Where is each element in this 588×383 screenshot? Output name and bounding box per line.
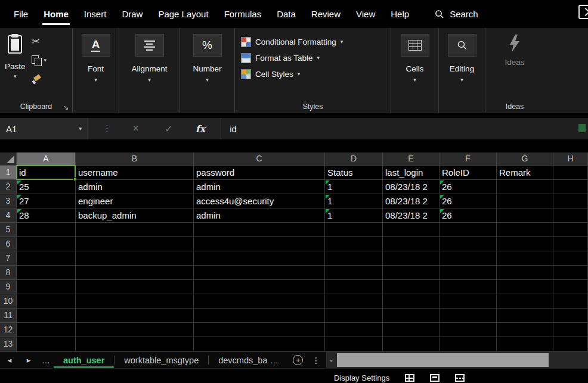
cell-D5[interactable] xyxy=(325,223,383,237)
cell-E6[interactable] xyxy=(383,237,440,251)
cell-G7[interactable] xyxy=(497,251,553,266)
dialog-launcher-icon[interactable]: ↘ xyxy=(63,104,69,111)
insert-function-button[interactable]: fx xyxy=(186,123,215,135)
cell-E3[interactable]: 08/23/18 2 xyxy=(383,194,440,208)
row-header-8[interactable]: 8 xyxy=(0,266,17,280)
cell-A9[interactable] xyxy=(17,280,76,294)
cell-D3[interactable]: 1 xyxy=(325,194,383,208)
cell-F10[interactable] xyxy=(440,294,497,309)
sheet-more-button[interactable]: … xyxy=(38,352,54,368)
menu-item-formulas[interactable]: Formulas xyxy=(216,0,270,28)
cell-B9[interactable] xyxy=(76,280,194,294)
ribbon-group-alignment[interactable]: Alignment ▾ xyxy=(119,28,180,113)
cell-H8[interactable] xyxy=(553,266,588,280)
formula-input[interactable]: id xyxy=(221,118,588,139)
cell-A1[interactable]: id xyxy=(17,166,76,180)
sheet-nav-left-icon[interactable]: ◂ xyxy=(0,352,19,368)
cell-E12[interactable] xyxy=(383,323,440,337)
column-header-F[interactable]: F xyxy=(440,152,497,166)
cell-F7[interactable] xyxy=(440,251,497,266)
cell-G2[interactable] xyxy=(497,180,553,194)
cell-D2[interactable]: 1 xyxy=(325,180,383,194)
cell-B5[interactable] xyxy=(76,223,194,237)
cell-A12[interactable] xyxy=(17,323,76,337)
cell-F2[interactable]: 26 xyxy=(440,180,497,194)
menu-item-insert[interactable]: Insert xyxy=(76,0,114,28)
cell-A5[interactable] xyxy=(17,223,76,237)
cell-E4[interactable]: 08/23/18 2 xyxy=(383,208,440,223)
cell-B1[interactable]: username xyxy=(76,166,194,180)
display-settings-button[interactable]: Display Settings xyxy=(334,373,389,382)
cell-D11[interactable] xyxy=(325,309,383,323)
cell-F3[interactable]: 26 xyxy=(440,194,497,208)
cell-A7[interactable] xyxy=(17,251,76,266)
cell-G12[interactable] xyxy=(497,323,553,337)
row-header-5[interactable]: 5 xyxy=(0,223,17,237)
cell-D13[interactable] xyxy=(325,337,383,351)
row-header-4[interactable]: 4 xyxy=(0,208,17,223)
cell-C10[interactable] xyxy=(194,294,325,309)
cell-D7[interactable] xyxy=(325,251,383,266)
cell-H9[interactable] xyxy=(553,280,588,294)
menu-item-data[interactable]: Data xyxy=(269,0,304,28)
menu-item-draw[interactable]: Draw xyxy=(114,0,150,28)
cell-styles-button[interactable]: Cell Styles ▾ xyxy=(241,66,391,82)
cell-G5[interactable] xyxy=(497,223,553,237)
row-header-10[interactable]: 10 xyxy=(0,294,17,309)
cell-B12[interactable] xyxy=(76,323,194,337)
cell-C9[interactable] xyxy=(194,280,325,294)
row-header-2[interactable]: 2 xyxy=(0,180,17,194)
search-button[interactable]: Search xyxy=(435,0,478,28)
row-header-11[interactable]: 11 xyxy=(0,309,17,323)
cell-H2[interactable] xyxy=(553,180,588,194)
ribbon-group-number[interactable]: % Number ▾ xyxy=(180,28,235,113)
scrollbar-thumb[interactable] xyxy=(337,353,549,367)
copy-button[interactable]: ▾ xyxy=(32,55,47,66)
cell-H3[interactable] xyxy=(553,194,588,208)
cell-B11[interactable] xyxy=(76,309,194,323)
cell-A8[interactable] xyxy=(17,266,76,280)
sheet-tab-auth_user[interactable]: auth_user xyxy=(54,352,114,368)
cell-H4[interactable] xyxy=(553,208,588,223)
cell-G10[interactable] xyxy=(497,294,553,309)
cell-F6[interactable] xyxy=(440,237,497,251)
menu-item-view[interactable]: View xyxy=(348,0,383,28)
view-page-break-icon[interactable] xyxy=(455,374,465,382)
menu-item-file[interactable]: File xyxy=(6,0,36,28)
formula-bar-expand-icon[interactable] xyxy=(578,124,586,132)
cell-B2[interactable]: admin xyxy=(76,180,194,194)
menu-item-help[interactable]: Help xyxy=(383,0,417,28)
cell-E1[interactable]: last_login xyxy=(383,166,440,180)
cell-G9[interactable] xyxy=(497,280,553,294)
sheet-nav-right-icon[interactable]: ▸ xyxy=(19,352,38,368)
cell-C2[interactable]: admin xyxy=(194,180,325,194)
cell-D12[interactable] xyxy=(325,323,383,337)
cell-F8[interactable] xyxy=(440,266,497,280)
cell-D4[interactable]: 1 xyxy=(325,208,383,223)
cell-C8[interactable] xyxy=(194,266,325,280)
conditional-formatting-button[interactable]: Conditional Formatting ▾ xyxy=(241,34,391,50)
cell-C5[interactable] xyxy=(194,223,325,237)
cell-H1[interactable] xyxy=(553,166,588,180)
sheet-tab-devcmds_ba[interactable]: devcmds_ba … xyxy=(209,352,288,368)
cell-D10[interactable] xyxy=(325,294,383,309)
name-box[interactable]: A1 ▾ xyxy=(0,118,88,139)
cell-H13[interactable] xyxy=(553,337,588,351)
cell-F5[interactable] xyxy=(440,223,497,237)
cell-G4[interactable] xyxy=(497,208,553,223)
cell-E5[interactable] xyxy=(383,223,440,237)
cell-H7[interactable] xyxy=(553,251,588,266)
cell-A10[interactable] xyxy=(17,294,76,309)
share-icon[interactable] xyxy=(578,5,588,19)
cell-D6[interactable] xyxy=(325,237,383,251)
menu-item-review[interactable]: Review xyxy=(304,0,348,28)
format-painter-button[interactable] xyxy=(32,74,47,84)
cell-E13[interactable] xyxy=(383,337,440,351)
cell-G13[interactable] xyxy=(497,337,553,351)
menu-item-home[interactable]: Home xyxy=(36,0,76,28)
cell-C4[interactable]: admin xyxy=(194,208,325,223)
cell-D9[interactable] xyxy=(325,280,383,294)
cell-G1[interactable]: Remark xyxy=(497,166,553,180)
column-header-C[interactable]: C xyxy=(194,152,325,166)
cell-B4[interactable]: backup_admin xyxy=(76,208,194,223)
